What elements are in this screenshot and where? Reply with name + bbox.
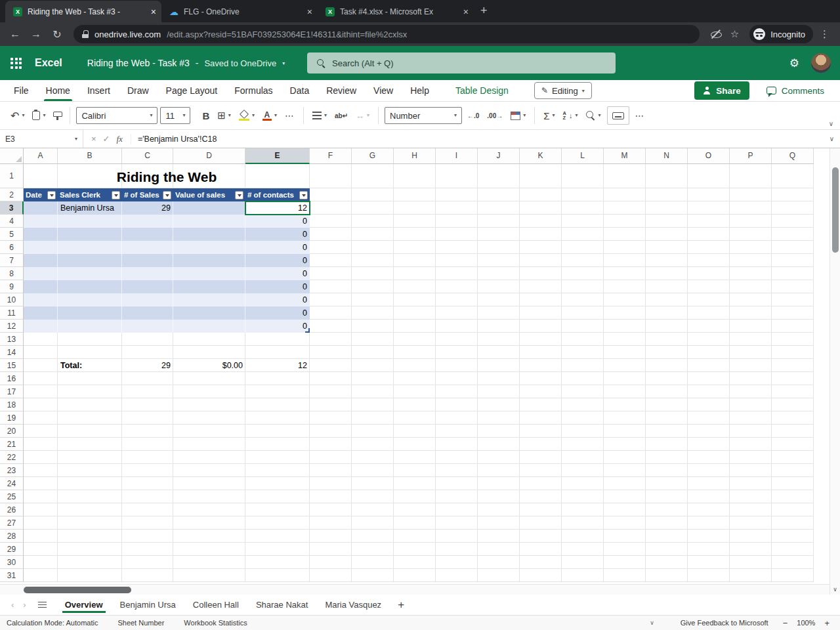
sheet-tab-overview[interactable]: Overview xyxy=(56,595,112,615)
menu-tab-table-design[interactable]: Table Design xyxy=(447,80,517,101)
column-header-J[interactable]: J xyxy=(478,148,520,164)
cell-B15[interactable]: Total: xyxy=(58,359,122,372)
filter-dropdown-icon[interactable] xyxy=(112,191,120,200)
row-header-21[interactable]: 21 xyxy=(0,438,24,451)
insert-function-icon[interactable] xyxy=(117,134,123,144)
search-input[interactable]: Search (Alt + Q) xyxy=(307,52,616,74)
table-header-of-sales[interactable]: # of Sales xyxy=(122,188,173,201)
cell-E8[interactable]: 0 xyxy=(245,267,310,280)
column-header-E[interactable]: E xyxy=(245,148,310,164)
menu-tab-formulas[interactable]: Formulas xyxy=(226,80,281,101)
font-name-select[interactable]: Calibri xyxy=(76,107,158,124)
sheet-nav-right-icon[interactable] xyxy=(18,600,30,610)
close-icon[interactable] xyxy=(151,7,156,16)
font-color-button[interactable] xyxy=(259,106,281,125)
row-header-11[interactable]: 11 xyxy=(0,306,24,320)
column-header-P[interactable]: P xyxy=(730,148,772,164)
sheet-tab-maria-vasquez[interactable]: Maria Vasquez xyxy=(316,595,390,615)
sheet-tab-benjamin-ursa[interactable]: Benjamin Ursa xyxy=(112,595,184,615)
enter-icon[interactable] xyxy=(103,134,110,144)
refresh-icon[interactable] xyxy=(47,24,67,44)
app-launcher-icon[interactable] xyxy=(10,58,22,69)
table-header-value-of-sales[interactable]: Value of sales xyxy=(173,188,245,201)
menu-tab-home[interactable]: Home xyxy=(37,80,79,101)
close-icon[interactable] xyxy=(463,7,469,16)
forward-icon[interactable] xyxy=(26,24,46,44)
sort-filter-button[interactable] xyxy=(559,106,582,125)
column-header-G[interactable]: G xyxy=(352,148,394,164)
bold-button[interactable] xyxy=(198,106,213,125)
cell-E10[interactable]: 0 xyxy=(245,293,310,306)
browser-menu-icon[interactable] xyxy=(814,28,835,40)
address-bar[interactable]: onedrive.live.com /edit.aspx?resid=51BAF… xyxy=(74,25,700,43)
bookmark-star-icon[interactable] xyxy=(730,28,739,40)
vertical-scrollbar[interactable] xyxy=(830,148,840,595)
filter-dropdown-icon[interactable] xyxy=(235,191,243,200)
table-header-of-contacts[interactable]: # of contacts xyxy=(245,188,310,201)
row-header-24[interactable]: 24 xyxy=(0,477,24,490)
cell-E5[interactable]: 0 xyxy=(245,228,310,241)
row-header-28[interactable]: 28 xyxy=(0,530,24,543)
editing-mode-button[interactable]: Editing xyxy=(534,82,592,99)
row-header-18[interactable]: 18 xyxy=(0,398,24,411)
eye-off-icon[interactable] xyxy=(710,29,721,39)
paste-button[interactable] xyxy=(28,106,49,125)
horizontal-scrollbar-thumb[interactable] xyxy=(24,587,131,593)
chevron-down-icon[interactable] xyxy=(282,60,285,66)
row-header-7[interactable]: 7 xyxy=(0,254,24,267)
horizontal-scrollbar[interactable] xyxy=(0,584,830,595)
autosum-button[interactable] xyxy=(539,106,558,125)
more-commands-button[interactable] xyxy=(631,106,649,125)
cell-E6[interactable]: 0 xyxy=(245,241,310,254)
cell-E7[interactable]: 0 xyxy=(245,254,310,267)
row-header-12[interactable]: 12 xyxy=(0,320,24,333)
app-name[interactable]: Excel xyxy=(35,57,62,69)
expand-formula-bar-icon[interactable] xyxy=(830,135,840,142)
increase-decimal-button[interactable] xyxy=(463,106,483,125)
cell-E3[interactable]: 12 xyxy=(245,201,310,215)
fill-color-button[interactable] xyxy=(235,106,259,125)
borders-button[interactable] xyxy=(213,106,235,125)
row-header-30[interactable]: 30 xyxy=(0,556,24,569)
row-header-4[interactable]: 4 xyxy=(0,215,24,228)
menu-tab-review[interactable]: Review xyxy=(318,80,365,101)
cell-E15[interactable]: 12 xyxy=(245,359,310,372)
sheet-nav-left-icon[interactable] xyxy=(7,600,18,610)
row-header-26[interactable]: 26 xyxy=(0,503,24,516)
row-header-10[interactable]: 10 xyxy=(0,293,24,306)
row-header-27[interactable]: 27 xyxy=(0,516,24,530)
back-icon[interactable] xyxy=(5,24,25,44)
column-header-H[interactable]: H xyxy=(394,148,436,164)
vertical-scrollbar-thumb[interactable] xyxy=(832,167,839,253)
row-header-3[interactable]: 3 xyxy=(0,201,24,215)
row-header-25[interactable]: 25 xyxy=(0,490,24,503)
wrap-text-button[interactable] xyxy=(331,106,352,125)
gear-icon[interactable] xyxy=(789,56,799,70)
avatar[interactable] xyxy=(811,53,831,73)
status-item-workbook-statistics[interactable]: Workbook Statistics xyxy=(184,619,247,627)
row-header-14[interactable]: 14 xyxy=(0,346,24,359)
row-header-15[interactable]: 15 xyxy=(0,359,24,372)
sheet-tab-sharae-nakat[interactable]: Sharae Nakat xyxy=(247,595,317,615)
cell-E9[interactable]: 0 xyxy=(245,280,310,293)
status-item-calculation-mode-automatic[interactable]: Calculation Mode: Automatic xyxy=(7,619,98,627)
column-header-K[interactable]: K xyxy=(520,148,562,164)
row-header-1[interactable]: 1 xyxy=(0,164,24,188)
collapse-ribbon-icon[interactable] xyxy=(829,120,833,127)
column-header-I[interactable]: I xyxy=(436,148,478,164)
row-header-17[interactable]: 17 xyxy=(0,385,24,398)
row-header-19[interactable]: 19 xyxy=(0,411,24,425)
row-header-13[interactable]: 13 xyxy=(0,333,24,346)
filter-dropdown-icon[interactable] xyxy=(299,191,308,200)
all-sheets-menu-button[interactable] xyxy=(31,602,54,608)
menu-tab-file[interactable]: File xyxy=(5,80,37,101)
browser-tab-3[interactable]: Task #4.xlsx - Microsoft Ex xyxy=(318,1,474,22)
sheet-title-cell[interactable]: Riding the Web xyxy=(24,164,310,188)
browser-tab-2[interactable]: FLG - OneDrive xyxy=(161,1,318,22)
number-format-select[interactable]: Number xyxy=(385,107,462,124)
alignment-button[interactable] xyxy=(308,106,331,125)
column-header-A[interactable]: A xyxy=(24,148,58,164)
new-tab-button[interactable] xyxy=(474,4,495,22)
row-header-8[interactable]: 8 xyxy=(0,267,24,280)
menu-tab-page-layout[interactable]: Page Layout xyxy=(158,80,226,101)
